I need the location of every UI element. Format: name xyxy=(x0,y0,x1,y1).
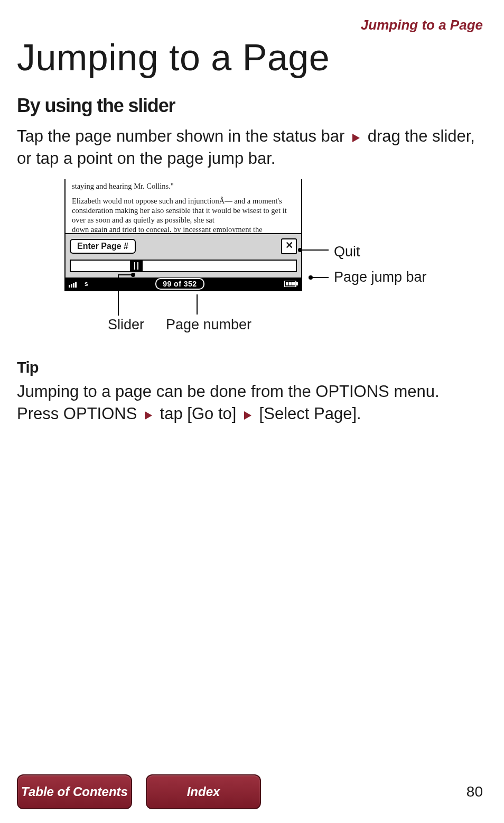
svg-rect-0 xyxy=(69,285,70,288)
svg-rect-2 xyxy=(73,283,74,288)
arrow-icon xyxy=(145,411,152,420)
callout-line xyxy=(197,294,198,315)
svg-rect-8 xyxy=(292,282,295,285)
ereader-text-para: Elizabeth would not oppose such and inju… xyxy=(72,196,296,225)
ereader-text-line1: staying and hearing Mr. Collins." xyxy=(72,181,296,191)
callout-slider: Slider xyxy=(108,317,144,333)
section-heading-slider: By using the slider xyxy=(17,95,483,117)
callout-dot xyxy=(131,273,135,277)
callout-line xyxy=(301,249,329,251)
ereader-text-cut: down again and tried to conceal, by ince… xyxy=(72,225,296,232)
page-jump-bar[interactable] xyxy=(70,260,297,272)
tip-heading: Tip xyxy=(17,359,483,376)
page-jump-panel: Enter Page # ✕ xyxy=(66,233,301,278)
enter-page-button[interactable]: Enter Page # xyxy=(70,239,136,254)
callout-quit: Quit xyxy=(334,244,360,260)
index-button[interactable]: Index xyxy=(146,774,261,809)
svg-rect-3 xyxy=(75,282,77,288)
instruction-text-a: Tap the page number shown in the status … xyxy=(17,127,349,145)
callout-page-number: Page number xyxy=(166,317,251,333)
running-head: Jumping to a Page xyxy=(17,17,483,33)
svg-rect-5 xyxy=(296,282,298,285)
callout-line xyxy=(312,277,329,278)
tip-text-b: tap [Go to] xyxy=(160,404,241,423)
slider-thumb[interactable] xyxy=(130,260,143,272)
svg-rect-7 xyxy=(289,282,292,285)
svg-rect-6 xyxy=(286,282,288,285)
device-screenshot: staying and hearing Mr. Collins." Elizab… xyxy=(64,179,302,292)
arrow-icon xyxy=(244,411,251,420)
toc-button[interactable]: Table of Contents xyxy=(17,774,132,809)
tip-text-c: [Select Page]. xyxy=(259,404,361,423)
page-number: 80 xyxy=(466,783,483,800)
tip-text: Jumping to a page can be done from the O… xyxy=(17,381,483,425)
battery-icon xyxy=(284,281,298,287)
page-number-indicator[interactable]: 99 of 352 xyxy=(155,278,204,290)
svg-rect-1 xyxy=(71,284,72,288)
diagram: staying and hearing Mr. Collins." Elizab… xyxy=(64,179,450,338)
page-title: Jumping to a Page xyxy=(17,36,483,79)
callout-line xyxy=(118,274,132,275)
callout-line xyxy=(118,274,119,316)
ereader-text: staying and hearing Mr. Collins." Elizab… xyxy=(66,179,301,234)
footer: Table of Contents Index 80 xyxy=(17,774,483,809)
callout-page-jump-bar: Page jump bar xyxy=(334,269,427,285)
close-icon[interactable]: ✕ xyxy=(281,238,297,254)
instruction-text: Tap the page number shown in the status … xyxy=(17,125,483,170)
status-bar: s 99 of 352 xyxy=(66,278,301,290)
arrow-icon xyxy=(352,134,360,142)
wifi-icon xyxy=(69,280,80,288)
